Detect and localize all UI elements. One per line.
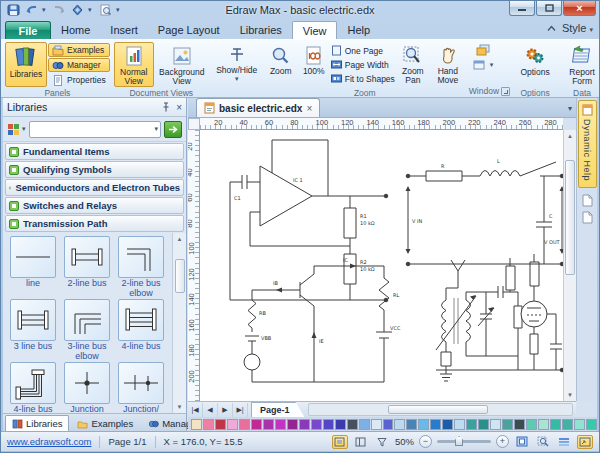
color-swatch[interactable]: [359, 419, 370, 430]
color-swatch[interactable]: [502, 419, 513, 430]
pages-icon[interactable]: [556, 435, 572, 449]
minimize-button[interactable]: [509, 1, 535, 16]
zoom-in-button[interactable]: +: [496, 435, 509, 448]
section-fundamental-items[interactable]: Fundamental Items: [5, 143, 184, 160]
fit-page-icon[interactable]: [514, 435, 530, 449]
shape-grid-scrollbar[interactable]: ▲ ▼: [172, 233, 186, 413]
zoom-slider[interactable]: [437, 440, 491, 443]
library-search-combo[interactable]: ▾: [29, 121, 161, 138]
tab-home[interactable]: Home: [51, 21, 100, 39]
color-swatch[interactable]: [383, 419, 394, 430]
section-transmission-path[interactable]: Transmission Path: [5, 215, 184, 232]
canvas-vertical-scrollbar[interactable]: ▲ ▼: [563, 130, 576, 401]
tab-libraries[interactable]: Libraries: [230, 21, 292, 39]
color-swatch[interactable]: [311, 419, 322, 430]
drawing-canvas[interactable]: IC 1 C1 R1 10 kΩ R2 10 kΩ R L C V IN V O…: [200, 130, 563, 401]
color-swatch[interactable]: [215, 419, 226, 430]
shape-item[interactable]: 2-line bus: [60, 236, 114, 298]
zoom-pan-button[interactable]: Zoom Pan: [396, 42, 430, 87]
color-swatch[interactable]: [191, 419, 202, 430]
color-swatch[interactable]: [227, 419, 238, 430]
scroll-up-icon[interactable]: ▲: [564, 130, 576, 142]
scroll-down-icon[interactable]: ▼: [177, 401, 183, 413]
report-form-button[interactable]: Report Form: [560, 42, 599, 87]
color-swatch[interactable]: [574, 419, 585, 430]
shape-item[interactable]: 2-line bus elbow: [114, 236, 168, 298]
section-semiconductors[interactable]: Semiconductors and Electron Tubes: [5, 179, 184, 196]
shape-item[interactable]: Junction: [60, 362, 114, 413]
color-swatch[interactable]: [239, 419, 250, 430]
shape-item[interactable]: 4-line bus: [6, 362, 60, 413]
color-swatch[interactable]: [538, 419, 549, 430]
page-tab[interactable]: Page-1: [251, 402, 305, 417]
properties-button[interactable]: Properties: [48, 73, 110, 87]
style-button[interactable]: Style ▾: [562, 22, 593, 34]
tab-insert[interactable]: Insert: [100, 21, 148, 39]
help-page-icon[interactable]: [581, 211, 593, 224]
page-view-mode-icon[interactable]: [353, 435, 369, 449]
color-swatch[interactable]: [287, 419, 298, 430]
tab-list-dropdown-icon[interactable]: ▾: [568, 104, 572, 113]
shape-item[interactable]: Junction/: [114, 362, 168, 413]
color-swatch[interactable]: [550, 419, 561, 430]
page-width-button[interactable]: Page Width: [331, 58, 395, 71]
scrollbar-thumb[interactable]: [175, 259, 185, 293]
zoom-slider-thumb[interactable]: [455, 436, 463, 446]
switch-windows-button[interactable]: ▾: [469, 58, 498, 72]
color-swatch[interactable]: [562, 419, 573, 430]
scroll-down-icon[interactable]: ▼: [564, 389, 576, 401]
color-swatch[interactable]: [263, 419, 274, 430]
scrollbar-thumb[interactable]: [565, 160, 575, 275]
options-button[interactable]: Options: [514, 42, 556, 87]
color-swatch[interactable]: [203, 419, 214, 430]
canvas-horizontal-scrollbar[interactable]: [308, 403, 573, 416]
full-screen-icon[interactable]: [577, 435, 593, 449]
close-document-icon[interactable]: ×: [306, 103, 312, 114]
color-swatch[interactable]: [323, 419, 334, 430]
bottom-tab-examples[interactable]: Examples: [70, 415, 140, 431]
color-swatch[interactable]: [418, 419, 429, 430]
one-page-button[interactable]: One Page: [331, 44, 395, 57]
hand-move-button[interactable]: Hand Move: [431, 42, 465, 87]
normal-view-mode-icon[interactable]: [332, 435, 348, 449]
open-library-button[interactable]: [164, 121, 182, 138]
shape-item[interactable]: 3 line bus: [6, 299, 60, 361]
color-swatch[interactable]: [335, 419, 346, 430]
next-page-button[interactable]: ▶: [218, 403, 233, 417]
collapse-ribbon-icon[interactable]: [547, 25, 556, 32]
color-swatch[interactable]: [394, 419, 405, 430]
help-page-icon[interactable]: [581, 194, 593, 207]
background-view-button[interactable]: Background View: [155, 42, 209, 87]
zoom-out-button[interactable]: −: [419, 435, 432, 448]
dynamic-help-tab[interactable]: Dynamic Help: [578, 100, 597, 188]
color-swatch[interactable]: [371, 419, 382, 430]
tab-view[interactable]: View: [292, 21, 338, 39]
website-link[interactable]: www.edrawsoft.com: [7, 436, 91, 447]
close-panel-icon[interactable]: ×: [176, 102, 182, 113]
cascade-windows-button[interactable]: [472, 43, 494, 57]
shape-item[interactable]: 4-line bus: [114, 299, 168, 361]
color-swatch[interactable]: [514, 419, 525, 430]
window-dialog-launcher-icon[interactable]: [501, 87, 510, 96]
color-swatch[interactable]: [347, 419, 358, 430]
shape-item[interactable]: line: [6, 236, 60, 298]
color-swatch[interactable]: [406, 419, 417, 430]
color-swatch[interactable]: [251, 419, 262, 430]
manager-button[interactable]: Manager: [48, 58, 110, 72]
pin-icon[interactable]: [162, 102, 170, 112]
libraries-panel-button[interactable]: Libraries: [5, 42, 47, 87]
color-swatch[interactable]: [586, 419, 597, 430]
fit-to-shapes-button[interactable]: Fit to Shapes: [331, 72, 395, 85]
shape-item[interactable]: 3-line bus elbow: [60, 299, 114, 361]
tab-help[interactable]: Help: [337, 21, 380, 39]
section-switches-relays[interactable]: Switches and Relays: [5, 197, 184, 214]
section-qualifying-symbols[interactable]: Qualifying Symbols: [5, 161, 184, 178]
tab-file[interactable]: File: [5, 21, 51, 39]
document-tab[interactable]: basic electric.edx ×: [196, 98, 320, 117]
color-swatch[interactable]: [466, 419, 477, 430]
color-swatch[interactable]: [454, 419, 465, 430]
zoom-100-button[interactable]: 100%: [298, 42, 330, 87]
color-swatch[interactable]: [526, 419, 537, 430]
previous-page-button[interactable]: ◀: [203, 403, 218, 417]
bottom-tab-libraries[interactable]: Libraries: [5, 415, 69, 431]
